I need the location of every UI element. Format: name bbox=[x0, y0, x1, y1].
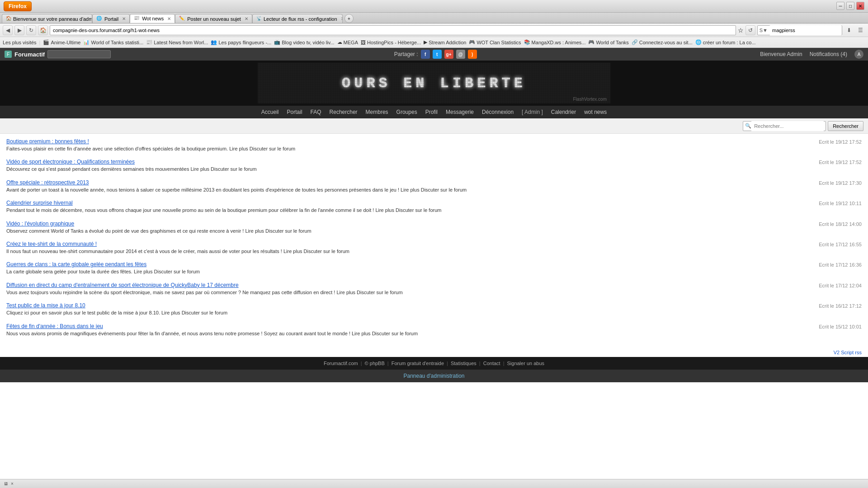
menu-icon[interactable]: ☰ bbox=[855, 25, 865, 35]
footer-phpbb[interactable]: © phpBB bbox=[365, 361, 385, 366]
nav-admin[interactable]: [ Admin ] bbox=[518, 107, 547, 117]
nav-groupes[interactable]: Groupes bbox=[393, 107, 421, 117]
bookmark-create-forum[interactable]: 🌐 créer un forum : La co... bbox=[695, 39, 756, 45]
news-title-3[interactable]: Calendrier surprise hivernal bbox=[6, 200, 617, 206]
close-button[interactable]: ✕ bbox=[856, 2, 864, 10]
tab-portail[interactable]: 🌐 Portail ✕ bbox=[92, 14, 130, 23]
tab-close-portail[interactable]: ✕ bbox=[122, 16, 126, 21]
news-left-4: Vidéo : l'évolution graphique Observez c… bbox=[6, 221, 617, 235]
v2-script-rss-link[interactable]: V2 Script rss bbox=[834, 350, 862, 355]
bookmark-hostingpics[interactable]: 🖼 HostingPics - Héberge... bbox=[361, 40, 421, 45]
news-body-0: Faites-vous plaisir en cette fin d'année… bbox=[6, 146, 295, 151]
forward-button[interactable]: ▶ bbox=[14, 25, 24, 35]
nav-faq[interactable]: FAQ bbox=[307, 107, 325, 117]
mail-share-button[interactable]: @ bbox=[456, 50, 465, 59]
search-engine-icon[interactable]: S▼ bbox=[758, 28, 769, 33]
footer-contact[interactable]: Contact bbox=[483, 361, 500, 366]
bookmark-wot[interactable]: 🎮 World of Tanks bbox=[588, 39, 628, 45]
tab-poster[interactable]: ✏️ Poster un nouveau sujet ✕ bbox=[175, 14, 252, 23]
footer-forum-gratuit[interactable]: Forum gratuit d'entraide bbox=[392, 361, 444, 366]
news-title-4[interactable]: Vidéo : l'évolution graphique bbox=[6, 221, 617, 227]
admin-right-section: Bienvenue Admin Notifications (4) A bbox=[760, 50, 863, 59]
nav-membres[interactable]: Membres bbox=[362, 107, 392, 117]
tab-wotnews[interactable]: 📰 Wot news ✕ bbox=[130, 14, 175, 23]
status-bar: 🖥 × bbox=[0, 479, 868, 488]
rss-share-button[interactable]: ) bbox=[468, 50, 477, 59]
news-title-5[interactable]: Créez le tee-shirt de la communauté ! bbox=[6, 241, 617, 247]
footer-signaler[interactable]: Signaler un abus bbox=[507, 361, 544, 366]
tab-favicon-wotnews: 📰 bbox=[134, 15, 140, 22]
bookmark-latest-news[interactable]: 📰 Latest News from Worl... bbox=[146, 39, 208, 45]
forum-search-input[interactable] bbox=[751, 121, 824, 131]
footer-forumactif[interactable]: Forumactif.com bbox=[324, 361, 358, 366]
bookmark-most-visited[interactable]: Les plus visités bbox=[3, 40, 37, 45]
nav-accueil[interactable]: Accueil bbox=[258, 107, 283, 117]
news-title-7[interactable]: Diffusion en direct du camp d'entraîneme… bbox=[6, 282, 617, 288]
bookmark-mangaxd[interactable]: 📚 MangaXD.ws : Animes... bbox=[524, 39, 586, 45]
firefox-button[interactable]: Firefox bbox=[4, 1, 32, 11]
news-title-2[interactable]: Offre spéciale : rétrospective 2013 bbox=[6, 179, 617, 186]
bookmark-stream[interactable]: ▶ Stream Addiction bbox=[424, 39, 466, 45]
bookmark-blog-video[interactable]: 📺 Blog video tv, vidéo liv... bbox=[274, 39, 334, 45]
nav-calendrier[interactable]: Calendrier bbox=[547, 107, 580, 117]
bookmark-papys[interactable]: 👥 Les papys flingueurs -... bbox=[211, 39, 271, 45]
tab-admin[interactable]: 🏠 Bienvenue sur votre panneau d'adm... ✕ bbox=[2, 14, 92, 23]
news-title-8[interactable]: Test public de la mise à jour 8.10 bbox=[6, 302, 617, 309]
browser-search-input[interactable] bbox=[769, 25, 842, 35]
twitter-share-button[interactable]: t bbox=[433, 50, 442, 59]
news-title-9[interactable]: Fêtes de fin d'année : Bonus dans le jeu bbox=[6, 323, 617, 329]
admin-panel-link[interactable]: Panneau d'administration bbox=[403, 373, 464, 379]
bookmark-wot-stats[interactable]: 📊 World of Tanks statisti... bbox=[83, 39, 143, 45]
address-bar[interactable] bbox=[50, 25, 736, 35]
download-icon[interactable]: ⬇ bbox=[844, 25, 854, 35]
reload-button[interactable]: ↻ bbox=[26, 25, 36, 35]
search-icon: 🔍 bbox=[745, 123, 751, 129]
news-item-9: Fêtes de fin d'année : Bonus dans le jeu… bbox=[6, 323, 862, 337]
nav-wotnews[interactable]: wot news bbox=[580, 107, 610, 117]
nav-rechercher[interactable]: Rechercher bbox=[326, 107, 361, 117]
refresh-icon[interactable]: ↺ bbox=[745, 25, 755, 35]
banner-credit: FlashVortex.com bbox=[573, 97, 607, 102]
tab-favicon-poster: ✏️ bbox=[179, 16, 185, 22]
forum-logo: F Forumactif bbox=[5, 50, 111, 58]
nav-messagerie[interactable]: Messagerie bbox=[442, 107, 477, 117]
browser-titlebar: Firefox ─ □ ✕ bbox=[0, 0, 868, 13]
admin-panel-bar: Panneau d'administration bbox=[0, 370, 868, 382]
logo-icon: F bbox=[5, 51, 12, 58]
tab-close-poster[interactable]: ✕ bbox=[245, 16, 248, 21]
news-left-6: Guerres de clans : la carte globale gelé… bbox=[6, 261, 617, 275]
news-date-6: Ecrit le 17/12 16:36 bbox=[819, 261, 862, 275]
news-body-9: Nous vous avions promis de magnifiques é… bbox=[6, 331, 418, 336]
tab-close-wotnews[interactable]: ✕ bbox=[167, 16, 171, 21]
star-icon[interactable]: ☆ bbox=[738, 27, 744, 34]
forum-search-button[interactable]: Rechercher bbox=[828, 121, 863, 131]
news-date-3: Ecrit le 19/12 10:11 bbox=[819, 200, 862, 214]
news-title-6[interactable]: Guerres de clans : la carte globale gelé… bbox=[6, 261, 617, 267]
new-tab-button[interactable]: + bbox=[344, 14, 354, 23]
admin-search-input[interactable] bbox=[47, 50, 111, 58]
back-button[interactable]: ◀ bbox=[3, 25, 13, 35]
bookmark-connect[interactable]: 🔗 Connectez-vous au sit... bbox=[632, 39, 693, 45]
googleplus-share-button[interactable]: g+ bbox=[444, 50, 453, 59]
nav-portail[interactable]: Portail bbox=[283, 107, 306, 117]
bookmark-wot-clan[interactable]: 🎮 WOT Clan Statistics bbox=[469, 39, 521, 45]
tab-rss[interactable]: 📡 Lecteur de flux rss - configuration ✕ bbox=[252, 14, 343, 23]
news-title-0[interactable]: Boutique premium : bonnes fêtes ! bbox=[6, 138, 617, 145]
news-left-9: Fêtes de fin d'année : Bonus dans le jeu… bbox=[6, 323, 617, 337]
news-date-1: Ecrit le 19/12 17:52 bbox=[819, 159, 862, 173]
facebook-share-button[interactable]: f bbox=[421, 50, 430, 59]
minimize-button[interactable]: ─ bbox=[836, 2, 844, 10]
admin-avatar[interactable]: A bbox=[854, 50, 863, 59]
home-button[interactable]: 🏠 bbox=[38, 25, 48, 35]
bookmark-anime-ultime[interactable]: 🎬 Anime-Ultime bbox=[43, 39, 80, 45]
browser-tabs: 🏠 Bienvenue sur votre panneau d'adm... ✕… bbox=[0, 13, 868, 23]
news-body-6: La carte globale sera gelée pour toute l… bbox=[6, 269, 200, 274]
nav-deconnexion[interactable]: Déconnexion bbox=[478, 107, 517, 117]
notifications-link[interactable]: Notifications (4) bbox=[810, 51, 847, 57]
maximize-button[interactable]: □ bbox=[846, 2, 854, 10]
tab-close-rss[interactable]: ✕ bbox=[341, 16, 343, 21]
news-title-1[interactable]: Vidéo de sport électronique : Qualificat… bbox=[6, 159, 617, 165]
bookmark-mega[interactable]: ☁ MEGA bbox=[337, 39, 358, 45]
footer-statistiques[interactable]: Statistiques bbox=[451, 361, 476, 366]
nav-profil[interactable]: Profil bbox=[422, 107, 441, 117]
